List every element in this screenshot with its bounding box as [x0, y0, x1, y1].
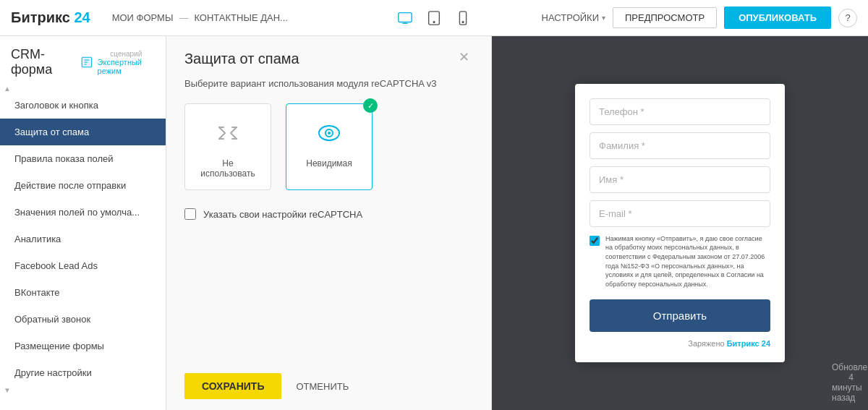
svg-rect-0	[399, 12, 412, 22]
email-field[interactable]	[590, 200, 770, 227]
sidebar-item-analytics[interactable]: Аналитика	[0, 226, 166, 252]
name-field[interactable]	[590, 166, 770, 193]
svg-point-4	[433, 21, 435, 22]
sidebar-item-after-submit[interactable]: Действие после отправки	[0, 172, 166, 199]
scroll-up-arrow[interactable]: ▲	[0, 85, 14, 92]
scenario-icon	[80, 54, 93, 70]
scroll-down-arrow[interactable]: ▼	[0, 386, 14, 393]
scenario-label: сценарий	[110, 50, 142, 58]
eye-icon	[311, 115, 347, 151]
sidebar-item-other-settings[interactable]: Другие настройки	[0, 359, 166, 386]
sidebar-item-show-rules[interactable]: Правила показа полей	[0, 145, 166, 172]
sidebar-item-placement[interactable]: Размещение формы	[0, 333, 166, 359]
custom-settings-row: Указать свои настройки reCAPTCHA	[184, 208, 473, 220]
powered-by-brand: Битрикс 24	[727, 339, 770, 348]
logo: Битрикс 24	[11, 9, 90, 26]
cancel-button[interactable]: ОТМЕНИТЬ	[289, 373, 356, 399]
selected-check-badge: ✓	[363, 98, 378, 113]
logo-text: Битрикс	[11, 9, 70, 26]
settings-button[interactable]: НАСТРОЙКИ ▾	[542, 12, 605, 23]
mobile-icon[interactable]	[453, 8, 473, 28]
captcha-option-not-use[interactable]: Не использовать	[184, 103, 271, 190]
breadcrumb-separator: —	[179, 12, 188, 23]
custom-recaptcha-label[interactable]: Указать свои настройки reCAPTCHA	[203, 209, 362, 220]
powered-by: Заряжено Битрикс 24	[590, 339, 770, 348]
phone-field[interactable]	[590, 98, 770, 125]
submit-button[interactable]: Отправить	[590, 299, 770, 332]
shuffle-icon	[210, 115, 246, 151]
breadcrumb-contact-data[interactable]: КОНТАКТНЫЕ ДАН...	[194, 12, 288, 23]
crm-form-title: CRM-форма	[11, 47, 73, 77]
captcha-not-use-label: Не использовать	[196, 158, 260, 179]
svg-point-10	[328, 132, 331, 134]
status-text: Обновлено 4 минуты назад	[832, 362, 868, 403]
captcha-subtitle: Выберите вариант использования модуля re…	[184, 78, 473, 89]
sidebar-item-vkontakte[interactable]: ВКонтакте	[0, 279, 166, 306]
device-switcher	[395, 8, 473, 28]
custom-recaptcha-checkbox[interactable]	[184, 208, 196, 220]
logo-number: 24	[74, 9, 90, 26]
help-button[interactable]: ?	[838, 9, 857, 27]
captcha-options: Не использовать ✓ Невидимая	[184, 103, 473, 190]
sidebar-item-default-values[interactable]: Значения полей по умолча...	[0, 199, 166, 226]
main-layout: CRM-форма сценарий Экспертный режим ▲ За…	[0, 36, 868, 410]
scenario-badge: сценарий Экспертный режим	[98, 50, 155, 75]
preview-button[interactable]: ПРЕДПРОСМОТР	[613, 7, 717, 28]
close-button[interactable]: ✕	[459, 51, 473, 65]
left-panel: CRM-форма сценарий Экспертный режим ▲ За…	[0, 36, 166, 410]
settings-dropdown-icon: ▾	[602, 14, 605, 22]
consent-text: Нажимая кнопку «Отправить», я даю свое с…	[605, 234, 770, 289]
powered-by-text: Заряжено	[688, 339, 726, 348]
breadcrumb: МОИ ФОРМЫ — КОНТАКТНЫЕ ДАН...	[112, 12, 288, 23]
surname-field[interactable]	[590, 132, 770, 159]
sidebar-item-facebook-lead-ads[interactable]: Facebook Lead Ads	[0, 252, 166, 279]
scenario-mode[interactable]: Экспертный режим	[98, 58, 155, 75]
publish-button[interactable]: ОПУБЛИКОВАТЬ	[724, 7, 831, 29]
form-editor-header: Защита от спама ✕	[166, 36, 491, 78]
desktop-icon[interactable]	[395, 8, 415, 28]
consent-checkbox[interactable]	[590, 236, 600, 246]
left-panel-header: CRM-форма сценарий Экспертный режим	[0, 36, 166, 85]
form-preview: Нажимая кнопку «Отправить», я даю свое с…	[575, 84, 785, 363]
svg-point-6	[462, 21, 464, 22]
tablet-icon[interactable]	[424, 8, 444, 28]
topbar-actions: НАСТРОЙКИ ▾ ПРЕДПРОСМОТР ОПУБЛИКОВАТЬ ?	[542, 7, 857, 29]
form-editor-title: Защита от спама	[184, 51, 299, 67]
sidebar-item-header[interactable]: Заголовок и кнопка	[0, 92, 166, 119]
main-content: Защита от спама ✕ Выберите вариант испол…	[166, 36, 868, 410]
captcha-invisible-label: Невидимая	[306, 158, 352, 168]
save-button[interactable]: СОХРАНИТЬ	[184, 373, 281, 399]
form-editor-body: Выберите вариант использования модуля re…	[166, 78, 491, 362]
form-editor-footer: СОХРАНИТЬ ОТМЕНИТЬ	[166, 362, 491, 410]
topbar: Битрикс 24 МОИ ФОРМЫ — КОНТАКТНЫЕ ДАН...	[0, 0, 868, 36]
form-editor: Защита от спама ✕ Выберите вариант испол…	[166, 36, 492, 410]
sidebar-nav: ▲ Заголовок и кнопка Защита от спама Пра…	[0, 85, 166, 410]
captcha-option-invisible[interactable]: ✓ Невидимая	[286, 103, 373, 190]
breadcrumb-my-forms[interactable]: МОИ ФОРМЫ	[112, 12, 174, 23]
preview-area: Нажимая кнопку «Отправить», я даю свое с…	[492, 36, 868, 410]
sidebar-item-callback[interactable]: Обратный звонок	[0, 306, 166, 333]
status-bar: Обновлено 4 минуты назад	[817, 355, 868, 410]
consent-row: Нажимая кнопку «Отправить», я даю свое с…	[590, 234, 770, 289]
sidebar-item-spam[interactable]: Защита от спама	[0, 119, 166, 145]
